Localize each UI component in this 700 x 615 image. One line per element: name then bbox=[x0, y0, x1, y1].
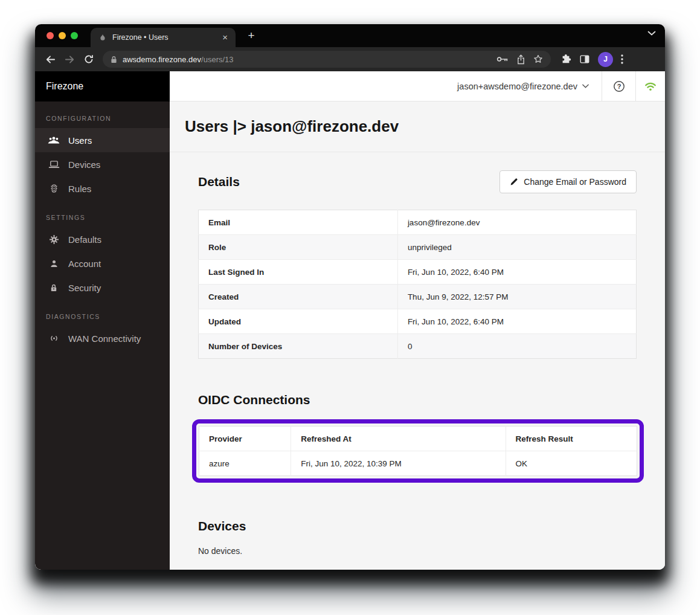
sidebar-item-defaults[interactable]: Defaults bbox=[35, 227, 170, 251]
button-label: Change Email or Password bbox=[524, 177, 626, 187]
browser-tab[interactable]: Firezone • Users × bbox=[91, 28, 236, 47]
app-root: Firezone CONFIGURATION Users Devices Rul… bbox=[35, 71, 665, 570]
side-panel-icon[interactable] bbox=[579, 54, 590, 65]
laptop-icon bbox=[48, 160, 60, 169]
browser-menu-kebab-icon[interactable] bbox=[621, 54, 623, 64]
oidc-connections-table: Provider Refreshed At Refresh Result azu… bbox=[199, 426, 637, 476]
zoom-window-button[interactable] bbox=[71, 32, 78, 39]
close-tab-icon[interactable]: × bbox=[220, 33, 230, 42]
sidebar-item-label: Rules bbox=[68, 184, 91, 194]
tab-strip: Firezone • Users × + bbox=[35, 24, 665, 47]
sidebar-item-label: Security bbox=[68, 283, 101, 293]
window-controls bbox=[47, 32, 78, 39]
connectivity-status-button[interactable] bbox=[635, 71, 665, 101]
password-key-icon[interactable] bbox=[496, 56, 509, 62]
row-label: Updated bbox=[199, 309, 398, 334]
sidebar-item-users[interactable]: Users bbox=[35, 128, 170, 152]
firezone-favicon-icon bbox=[98, 33, 107, 42]
sidebar-item-label: WAN Connectivity bbox=[68, 333, 141, 344]
gear-icon bbox=[48, 235, 60, 244]
sidebar: Firezone CONFIGURATION Users Devices Rul… bbox=[35, 71, 170, 570]
url-text: awsdemo.firezone.dev/users/13 bbox=[123, 55, 234, 64]
table-row: Roleunprivileged bbox=[199, 235, 637, 260]
table-row: azure Fri, Jun 10, 2022, 10:39 PM OK bbox=[199, 451, 637, 476]
table-row: Number of Devices0 bbox=[199, 334, 637, 359]
minimize-window-button[interactable] bbox=[59, 32, 66, 39]
address-bar[interactable]: awsdemo.firezone.dev/users/13 bbox=[103, 51, 551, 68]
pencil-icon bbox=[510, 178, 518, 186]
row-value: jason@firezone.dev bbox=[397, 210, 636, 235]
chevron-down-icon bbox=[582, 84, 589, 88]
sidebar-item-label: Defaults bbox=[68, 234, 101, 245]
row-label: Number of Devices bbox=[199, 334, 398, 359]
row-value: 0 bbox=[397, 334, 636, 359]
lock-icon bbox=[48, 283, 60, 292]
row-label: Last Signed In bbox=[199, 260, 398, 285]
cell-provider: azure bbox=[199, 451, 291, 476]
table-row: CreatedThu, Jun 9, 2022, 12:57 PM bbox=[199, 285, 637, 309]
help-icon: ? bbox=[613, 80, 625, 92]
column-header-refreshed-at: Refreshed At bbox=[291, 427, 506, 451]
devices-empty-text: No devices. bbox=[198, 546, 637, 556]
back-icon[interactable] bbox=[42, 51, 58, 67]
site-security-lock-icon[interactable] bbox=[111, 56, 117, 63]
url-domain: awsdemo.firezone.dev bbox=[123, 55, 201, 64]
user-menu[interactable]: jason+awsdemo@firezone.dev bbox=[445, 71, 602, 101]
forward-icon[interactable] bbox=[62, 51, 77, 67]
table-row: UpdatedFri, Jun 10, 2022, 6:40 PM bbox=[199, 309, 637, 334]
sidebar-item-devices[interactable]: Devices bbox=[35, 152, 170, 176]
row-value: Fri, Jun 10, 2022, 6:40 PM bbox=[397, 260, 636, 285]
wifi-status-icon bbox=[644, 82, 657, 91]
brand-title: Firezone bbox=[35, 71, 170, 101]
sidebar-item-label: Devices bbox=[68, 159, 100, 170]
bookmark-star-icon[interactable] bbox=[533, 54, 543, 64]
browser-window: Firezone • Users × + awsdemo.firezone.de… bbox=[35, 24, 665, 570]
browser-toolbar: awsdemo.firezone.dev/users/13 J bbox=[35, 47, 665, 71]
cell-refresh-result: OK bbox=[506, 451, 637, 476]
annotation-highlight-box: Provider Refreshed At Refresh Result azu… bbox=[192, 419, 644, 483]
tab-search-chevron-icon[interactable] bbox=[647, 31, 656, 36]
reload-icon[interactable] bbox=[81, 51, 97, 67]
change-email-password-button[interactable]: Change Email or Password bbox=[499, 170, 637, 193]
person-icon bbox=[48, 259, 60, 268]
row-label: Created bbox=[199, 285, 398, 309]
sidebar-item-label: Users bbox=[68, 135, 92, 146]
column-header-provider: Provider bbox=[199, 427, 291, 451]
sidebar-section-diagnostics: DIAGNOSTICS bbox=[35, 300, 170, 326]
details-table: Emailjason@firezone.dev Roleunprivileged… bbox=[198, 210, 637, 359]
profile-avatar[interactable]: J bbox=[598, 52, 613, 67]
sidebar-item-label: Account bbox=[68, 259, 101, 269]
toolbar-actions: J bbox=[560, 52, 623, 67]
devices-heading: Devices bbox=[198, 519, 637, 533]
sidebar-item-rules[interactable]: Rules bbox=[35, 176, 170, 201]
help-button[interactable]: ? bbox=[602, 71, 635, 101]
table-header-row: Provider Refreshed At Refresh Result bbox=[199, 427, 637, 451]
table-row: Last Signed InFri, Jun 10, 2022, 6:40 PM bbox=[199, 260, 637, 285]
column-header-refresh-result: Refresh Result bbox=[506, 427, 637, 451]
sidebar-section-configuration: CONFIGURATION bbox=[35, 101, 170, 128]
sidebar-item-wan-connectivity[interactable]: WAN Connectivity bbox=[35, 326, 170, 350]
row-value: unprivileged bbox=[397, 235, 636, 260]
share-icon[interactable] bbox=[517, 54, 525, 65]
close-window-button[interactable] bbox=[47, 32, 54, 39]
oidc-connections-heading: OIDC Connections bbox=[198, 393, 637, 407]
sidebar-item-security[interactable]: Security bbox=[35, 275, 170, 300]
url-path: /users/13 bbox=[201, 55, 233, 64]
omnibox-actions bbox=[496, 54, 543, 65]
traffic-light-icon bbox=[48, 184, 60, 193]
user-email: jason+awsdemo@firezone.dev bbox=[457, 82, 577, 91]
sidebar-section-settings: SETTINGS bbox=[35, 201, 170, 227]
page-content: Details Change Email or Password Emailja… bbox=[170, 152, 665, 570]
signal-broadcast-icon bbox=[48, 334, 60, 343]
new-tab-button[interactable]: + bbox=[245, 29, 258, 42]
extensions-puzzle-icon[interactable] bbox=[560, 54, 571, 65]
page-header: Users |> jason@firezone.dev bbox=[170, 101, 665, 152]
sidebar-item-account[interactable]: Account bbox=[35, 251, 170, 275]
svg-text:?: ? bbox=[617, 83, 621, 90]
row-label: Email bbox=[199, 210, 398, 235]
details-heading: Details bbox=[198, 175, 240, 189]
topbar: jason+awsdemo@firezone.dev ? bbox=[170, 71, 665, 101]
page-title: Users |> jason@firezone.dev bbox=[185, 117, 399, 136]
users-group-icon bbox=[48, 136, 60, 144]
main-area: jason+awsdemo@firezone.dev ? Users |> ja… bbox=[170, 71, 665, 570]
